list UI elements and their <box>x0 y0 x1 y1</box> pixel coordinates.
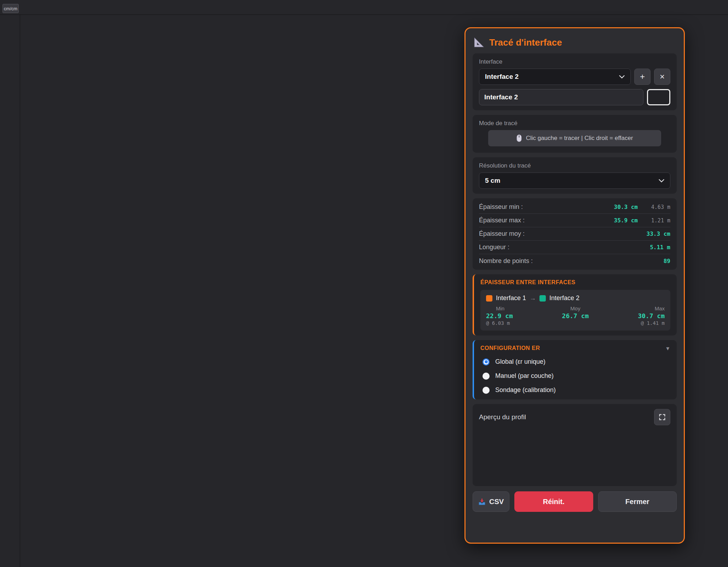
remove-interface-button[interactable]: × <box>654 69 670 85</box>
profile-preview-card: Aperçu du profil <box>473 404 677 486</box>
thickness-max: Max 30.7 cm @ 1.41 m <box>605 305 665 326</box>
thickness-moy: Moy 26.7 cm <box>545 305 605 326</box>
min-value: 22.9 cm <box>486 312 545 320</box>
interface2-name: Interface 2 <box>549 294 579 302</box>
stat-label: Nombre de points : <box>479 257 664 265</box>
er-config-title: CONFIGURATION ER <box>480 345 540 351</box>
thickness-between-card: ÉPAISSEUR ENTRE INTERFACES Interface 1 →… <box>473 274 677 335</box>
profile-preview-chart <box>479 427 672 481</box>
stat-value: 35.9 cm <box>614 217 638 224</box>
thickness-legend: Interface 1 → Interface 2 <box>486 294 665 302</box>
interface1-name: Interface 1 <box>496 294 526 302</box>
profile-preview-title: Aperçu du profil <box>479 413 526 421</box>
max-value: 30.7 cm <box>605 312 665 320</box>
radio-selected-icon[interactable] <box>483 358 490 366</box>
er-option-label: Sondage (calibration) <box>495 386 556 394</box>
panel-header: Tracé d'interface <box>473 35 677 49</box>
interface-select[interactable]: Interface 2 <box>479 69 631 85</box>
thickness-min: Min 22.9 cm @ 6.03 m <box>486 305 545 326</box>
panel-footer: CSV Réinit. Fermer <box>473 491 677 512</box>
resolution-label: Résolution du tracé <box>479 162 670 169</box>
moy-header: Moy <box>545 305 605 311</box>
thickness-box: Interface 1 → Interface 2 Min 22.9 cm @ … <box>480 290 670 331</box>
stat-row-points: Nombre de points : 89 <box>479 254 670 268</box>
resolution-select-value: 5 cm <box>485 177 659 185</box>
min-position: @ 6.03 m <box>486 320 545 326</box>
er-config-card: CONFIGURATION ER ▼ Global (εr unique) Ma… <box>473 340 677 399</box>
er-option-label: Global (εr unique) <box>495 358 545 366</box>
chevron-down-icon <box>659 179 664 182</box>
resolution-select[interactable]: 5 cm <box>479 173 670 189</box>
stat-label: Longueur : <box>479 244 650 251</box>
moy-value: 26.7 cm <box>545 312 605 320</box>
max-position: @ 1.41 m <box>605 320 665 326</box>
interface-color-swatch[interactable] <box>647 89 670 105</box>
collapse-icon[interactable]: ▼ <box>665 345 670 351</box>
thickness-min-moy-max: Min 22.9 cm @ 6.03 m Moy 26.7 cm Max 30.… <box>486 305 665 326</box>
stat-row-moy: Épaisseur moy : 33.3 cm <box>479 227 670 241</box>
stat-value: 89 <box>664 258 670 264</box>
min-header: Min <box>486 305 545 311</box>
stat-label: Épaisseur moy : <box>479 230 647 238</box>
stat-value: 33.3 cm <box>647 230 670 237</box>
radio-icon[interactable] <box>483 373 490 380</box>
interface2-swatch <box>539 295 546 302</box>
moy-position <box>545 320 605 326</box>
er-option-label: Manuel (par couche) <box>495 372 554 380</box>
mouse-icon <box>516 134 522 142</box>
resolution-card: Résolution du tracé 5 cm <box>473 157 677 194</box>
interface-label: Interface <box>479 58 670 65</box>
trace-mode-hint: Clic gauche = tracer | Clic droit = effa… <box>488 130 661 146</box>
stat-row-min: Épaisseur min : 30.3 cm 4.63 m <box>479 200 670 214</box>
chevron-down-icon <box>619 75 625 78</box>
interface-select-value: Interface 2 <box>485 73 619 81</box>
max-header: Max <box>605 305 665 311</box>
stat-row-longueur: Longueur : 5.11 m <box>479 241 670 254</box>
trace-mode-label: Mode de tracé <box>479 120 670 127</box>
ruler-unit-label: cm/cm <box>2 4 19 13</box>
ruler-left <box>0 15 20 567</box>
add-interface-button[interactable]: + <box>634 69 651 85</box>
thickness-section-title: ÉPAISSEUR ENTRE INTERFACES <box>480 279 670 286</box>
trace-mode-card: Mode de tracé Clic gauche = tracer | Cli… <box>473 115 677 153</box>
er-option-manual[interactable]: Manuel (par couche) <box>483 372 668 380</box>
er-option-global[interactable]: Global (εr unique) <box>483 358 668 366</box>
stat-label: Épaisseur min : <box>479 203 614 211</box>
er-option-sondage[interactable]: Sondage (calibration) <box>483 386 668 394</box>
set-square-icon <box>473 37 485 48</box>
interface-card: Interface Interface 2 + × Interface 2 <box>473 53 677 110</box>
interface1-swatch <box>486 295 492 302</box>
panel-title: Tracé d'interface <box>489 37 562 48</box>
download-icon <box>478 498 486 505</box>
stat-secondary: 1.21 m <box>638 217 670 224</box>
stat-secondary: 4.63 m <box>638 204 670 210</box>
interface-name-input[interactable]: Interface 2 <box>479 89 643 105</box>
ruler-top: cm/cm <box>0 0 728 15</box>
fullscreen-icon <box>658 413 666 421</box>
csv-button-label: CSV <box>489 498 504 506</box>
reset-button[interactable]: Réinit. <box>514 491 593 512</box>
radio-icon[interactable] <box>483 387 490 394</box>
interface-trace-panel: Tracé d'interface Interface Interface 2 … <box>464 27 685 544</box>
expand-button[interactable] <box>654 409 670 425</box>
close-button[interactable]: Fermer <box>598 491 677 512</box>
stat-value: 5.11 m <box>650 244 670 251</box>
stat-label: Épaisseur max : <box>479 217 614 224</box>
trace-mode-hint-text: Clic gauche = tracer | Clic droit = effa… <box>526 135 633 142</box>
stat-value: 30.3 cm <box>614 204 638 210</box>
stats-card: Épaisseur min : 30.3 cm 4.63 m Épaisseur… <box>473 198 677 270</box>
arrow-icon: → <box>530 294 536 302</box>
csv-export-button[interactable]: CSV <box>473 491 509 512</box>
stat-row-max: Épaisseur max : 35.9 cm 1.21 m <box>479 214 670 227</box>
